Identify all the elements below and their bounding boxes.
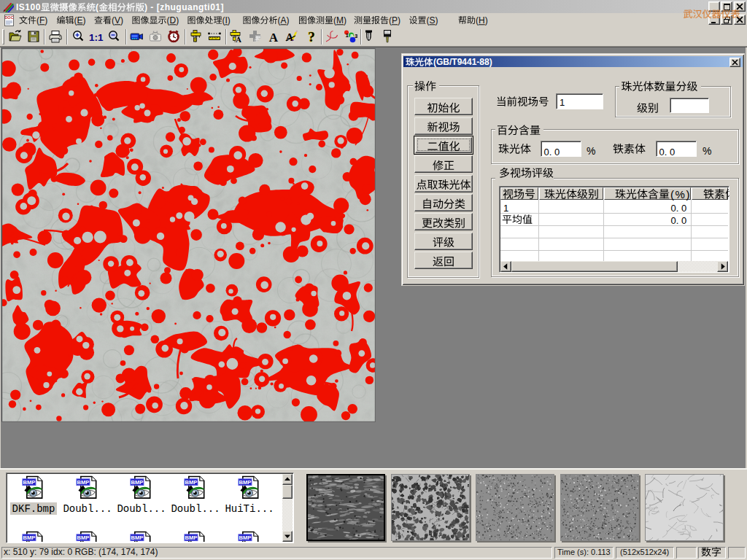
svg-text:a: a — [350, 32, 354, 39]
svg-text:A: A — [236, 35, 241, 44]
svg-text:A: A — [269, 31, 279, 44]
svg-text:?: ? — [308, 29, 315, 44]
svg-text:3: 3 — [355, 33, 357, 39]
svg-text:1: 1 — [346, 32, 349, 39]
svg-text:DOC: DOC — [4, 15, 13, 20]
